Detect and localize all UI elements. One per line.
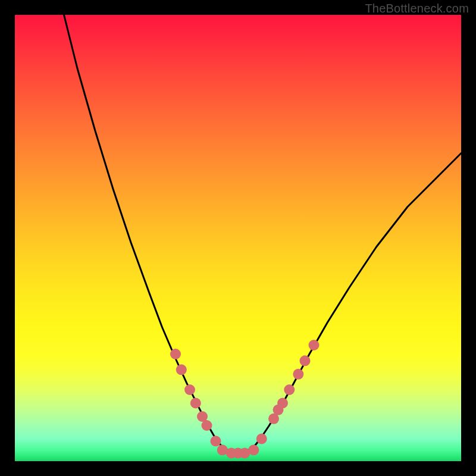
bottleneck-curve — [64, 15, 462, 450]
plot-area — [15, 15, 461, 461]
svg-point-0 — [170, 349, 181, 359]
sample-dots — [170, 340, 320, 459]
svg-point-18 — [300, 355, 311, 366]
svg-point-17 — [293, 369, 303, 380]
chart-svg — [15, 15, 461, 461]
svg-point-3 — [190, 398, 201, 409]
svg-point-6 — [211, 436, 221, 446]
svg-point-15 — [277, 398, 288, 409]
svg-point-5 — [202, 420, 212, 431]
svg-point-12 — [256, 434, 267, 444]
svg-point-1 — [176, 364, 187, 375]
svg-point-11 — [248, 444, 259, 455]
svg-point-16 — [284, 384, 295, 395]
svg-point-19 — [309, 340, 320, 350]
chart-frame: TheBottleneck.com — [0, 0, 476, 476]
attribution-text: TheBottleneck.com — [365, 2, 469, 15]
svg-point-2 — [184, 384, 195, 395]
